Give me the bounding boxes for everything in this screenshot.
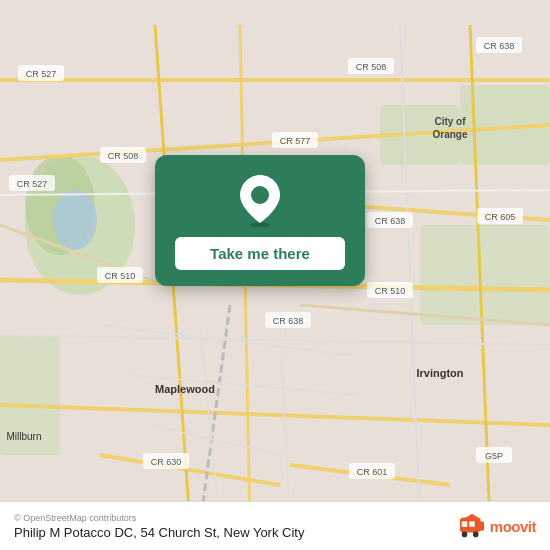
moovit-logo: moovit [458, 512, 536, 540]
svg-text:Maplewood: Maplewood [155, 383, 215, 395]
svg-text:CR 638: CR 638 [375, 216, 406, 226]
moovit-icon [458, 512, 486, 540]
svg-text:CR 510: CR 510 [375, 286, 406, 296]
svg-rect-5 [420, 225, 550, 325]
svg-point-68 [462, 532, 468, 538]
svg-text:City of: City of [434, 116, 466, 127]
bottom-left: © OpenStreetMap contributors Philip M Po… [14, 513, 304, 540]
svg-text:Irvington: Irvington [416, 367, 463, 379]
pin-icon-wrapper [233, 173, 287, 227]
svg-text:CR 527: CR 527 [26, 69, 57, 79]
bottom-bar: © OpenStreetMap contributors Philip M Po… [0, 501, 550, 550]
map-container: CR 638 CR 527 CR 508 CR 508 CR 577 City … [0, 0, 550, 550]
svg-point-7 [53, 190, 97, 250]
svg-text:CR 577: CR 577 [280, 136, 311, 146]
svg-text:CR 605: CR 605 [485, 212, 516, 222]
svg-text:CR 601: CR 601 [357, 467, 388, 477]
svg-point-64 [251, 186, 269, 204]
svg-text:CR 638: CR 638 [273, 316, 304, 326]
svg-text:G5P: G5P [485, 451, 503, 461]
svg-text:CR 510: CR 510 [105, 271, 136, 281]
svg-rect-66 [462, 521, 468, 527]
svg-text:CR 508: CR 508 [108, 151, 139, 161]
attribution-text: © OpenStreetMap contributors [14, 513, 304, 523]
svg-text:CR 630: CR 630 [151, 457, 182, 467]
svg-point-69 [473, 532, 479, 538]
svg-text:CR 508: CR 508 [356, 62, 387, 72]
svg-text:CR 638: CR 638 [484, 41, 515, 51]
svg-rect-70 [478, 521, 484, 530]
svg-marker-71 [462, 514, 481, 520]
destination-text: Philip M Potacco DC, 54 Church St, New Y… [14, 525, 304, 540]
location-card: Take me there [155, 155, 365, 286]
svg-text:Millburn: Millburn [6, 431, 41, 442]
location-pin-icon [238, 173, 282, 227]
svg-rect-67 [469, 521, 475, 527]
moovit-text: moovit [490, 518, 536, 535]
svg-text:Orange: Orange [432, 129, 467, 140]
take-me-there-button[interactable]: Take me there [175, 237, 345, 270]
svg-text:CR 527: CR 527 [17, 179, 48, 189]
